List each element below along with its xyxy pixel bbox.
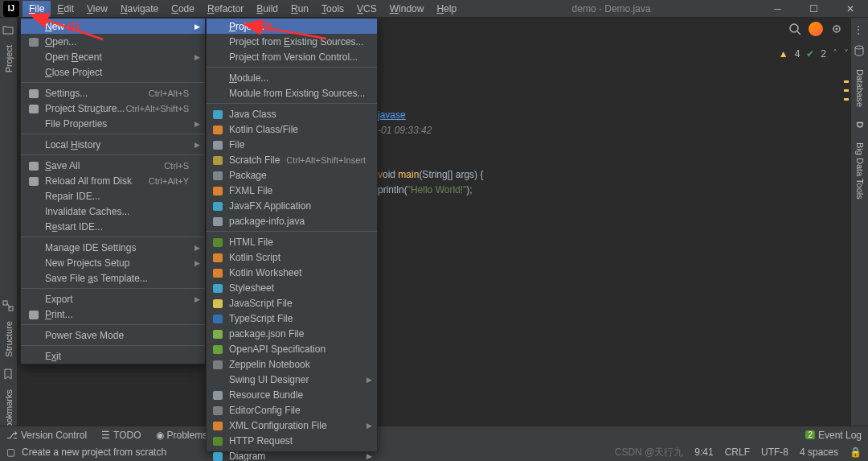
file-menu-item-3[interactable]: Close Project [21,64,205,80]
file-icon [211,215,224,228]
line-separator[interactable]: CRLF [725,447,750,458]
file-menu-item-14[interactable]: Invalidate Caches... [21,204,205,219]
new-menu-item-17[interactable]: Kotlin Script [207,249,377,265]
close-button[interactable]: ✕ [832,0,868,18]
file-menu-item-22[interactable]: Print... [21,307,205,322]
file-menu-item-18[interactable]: New Projects Setup▶ [21,255,205,270]
user-avatar[interactable] [809,22,823,36]
menu-view[interactable]: View [80,1,114,17]
structure-icon[interactable] [2,300,15,313]
file-menu-item-24[interactable]: Power Save Mode [21,327,205,343]
d-tab[interactable]: D [855,118,865,131]
new-menu-item-25[interactable]: Swing UI Designer▶ [207,372,377,387]
new-menu-item-10[interactable]: Scratch FileCtrl+Alt+Shift+Insert [207,152,377,167]
menu-tools[interactable]: Tools [315,1,350,17]
titlebar: IJ FileEditViewNavigateCodeRefactorBuild… [0,0,868,18]
maximize-button[interactable]: ☐ [796,0,832,18]
file-menu-item-11[interactable]: Save AllCtrl+S [21,158,205,173]
new-menu-item-13[interactable]: JavaFX Application [207,198,377,213]
xml-icon [211,419,224,432]
event-log-button[interactable]: 2Event Log [805,430,862,441]
new-menu-item-19[interactable]: Stylesheet [207,280,377,295]
file-menu-item-13[interactable]: Repair IDE... [21,188,205,204]
new-menu-item-0[interactable]: Project... [207,19,377,34]
new-menu-item-26[interactable]: Resource Bundle [207,387,377,402]
project-tab[interactable]: Project [4,42,14,76]
new-menu-item-23[interactable]: OpenAPI Specification [207,341,377,356]
new-menu-item-2[interactable]: Project from Version Control... [207,49,377,64]
menu-vcs[interactable]: VCS [350,1,383,17]
chevron-down-icon[interactable]: ˅ [844,48,849,60]
file-menu-item-5[interactable]: Settings...Ctrl+Alt+S [21,85,205,101]
new-menu-item-30[interactable]: Diagram▶ [207,448,377,461]
menu-file[interactable]: File [23,1,51,17]
new-menu-item-7[interactable]: Java Class [207,106,377,121]
new-menu-item-18[interactable]: Kotlin Worksheet [207,265,377,280]
gear-icon[interactable] [829,22,844,36]
search-icon[interactable] [788,22,802,36]
file-menu-item-26[interactable]: Exit [21,348,205,364]
folder-icon [211,169,224,182]
new-menu-item-27[interactable]: EditorConfig File [207,402,377,418]
bigdata-tab[interactable]: Big Data Tools [855,139,865,203]
menu-code[interactable]: Code [165,1,201,17]
new-menu-item-12[interactable]: FXML File [207,183,377,198]
file-menu-item-15[interactable]: Restart IDE... [21,219,205,234]
todo-tab[interactable]: ☰TODO [101,430,141,441]
more-icon[interactable]: ⋮ [854,24,866,37]
svg-point-0 [790,24,798,32]
svg-point-7 [855,46,863,49]
new-menu-item-28[interactable]: XML Configuration File▶ [207,418,377,433]
new-menu-item-1[interactable]: Project from Existing Sources... [207,34,377,49]
todo-icon: ☰ [101,430,110,441]
file-menu-item-2[interactable]: Open Recent▶ [21,49,205,64]
new-menu-item-20[interactable]: JavaScript File [207,295,377,311]
minimize-button[interactable]: ─ [760,0,796,18]
indent-setting[interactable]: 4 spaces [800,447,838,458]
menu-navigate[interactable]: Navigate [114,1,165,17]
file-menu-item-1[interactable]: Open... [21,34,205,49]
new-menu-item-16[interactable]: HTML File [207,234,377,249]
new-menu-item-24[interactable]: Zeppelin Notebook [207,356,377,372]
file-menu-item-0[interactable]: New▶ [21,19,205,34]
menu-help[interactable]: Help [430,1,463,17]
new-menu-item-29[interactable]: HTTP Request [207,433,377,448]
folder-icon[interactable] [2,24,15,37]
file-menu-item-7[interactable]: File Properties▶ [21,116,205,131]
file-menu-item-19[interactable]: Save File as Template... [21,270,205,286]
lock-icon[interactable]: 🔒 [850,447,862,458]
menu-run[interactable]: Run [285,1,315,17]
menu-edit[interactable]: Edit [51,1,80,17]
new-menu-item-21[interactable]: TypeScript File [207,311,377,326]
bookmark-icon[interactable] [2,368,15,381]
window-icon[interactable]: ▢ [6,447,15,458]
editor-inspections[interactable]: ▲4 ✔2 ˄ ˅ [779,48,849,60]
problems-tab[interactable]: ◉Problems [156,430,208,441]
structure-tab[interactable]: Structure [4,318,14,360]
cursor-position[interactable]: 9:41 [694,447,713,458]
window-title: demo - Demo.java [463,3,760,14]
new-menu-item-11[interactable]: Package [207,167,377,183]
new-menu-item-14[interactable]: package-info.java [207,213,377,228]
new-menu-item-9[interactable]: File [207,137,377,152]
new-menu-item-4[interactable]: Module... [207,70,377,85]
chevron-up-icon[interactable]: ˄ [833,48,837,60]
menu-refactor[interactable]: Refactor [201,1,250,17]
struct-icon [27,102,40,115]
file-menu-item-9[interactable]: Local History▶ [21,137,205,152]
file-encoding[interactable]: UTF-8 [761,447,788,458]
new-menu-item-5[interactable]: Module from Existing Sources... [207,85,377,101]
menu-build[interactable]: Build [250,1,285,17]
file-menu-item-6[interactable]: Project Structure...Ctrl+Alt+Shift+S [21,101,205,116]
database-icon[interactable] [854,45,866,58]
new-menu-item-22[interactable]: package.json File [207,326,377,341]
code-line-main: void main(String[] args) { [378,169,483,180]
menu-window[interactable]: Window [383,1,431,17]
version-control-tab[interactable]: ⎇Version Control [6,430,87,441]
top-toolbar [781,18,850,40]
file-menu-item-12[interactable]: Reload All from DiskCtrl+Alt+Y [21,173,205,188]
file-menu-item-21[interactable]: Export▶ [21,291,205,307]
new-menu-item-8[interactable]: Kotlin Class/File [207,121,377,137]
file-menu-item-17[interactable]: Manage IDE Settings▶ [21,240,205,255]
database-tab[interactable]: Database [855,66,865,110]
